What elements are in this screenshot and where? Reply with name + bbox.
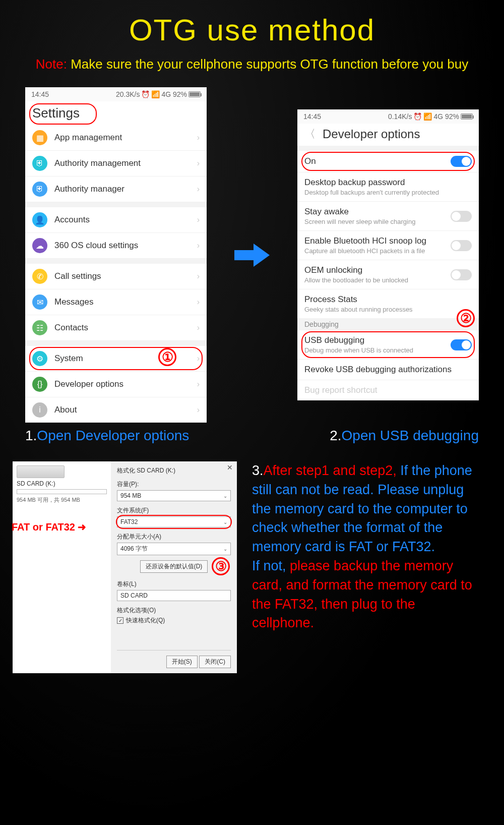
status-speed: 0.14K/s — [388, 112, 412, 121]
step-2-badge: ② — [457, 309, 475, 327]
step-3-line3a: If not, — [252, 558, 290, 573]
row-sublabel: Debug mode when USB is connected — [304, 346, 444, 354]
volume-label: 卷标(L) — [117, 580, 231, 588]
row-sublabel: Geeky stats about running processes — [304, 306, 472, 313]
alarm-icon: ⏰ — [413, 112, 422, 121]
status-time: 14:45 — [303, 112, 321, 121]
toggle-switch[interactable] — [451, 269, 472, 280]
status-right: 20.3K/s ⏰ 📶 4G 92% — [116, 90, 201, 98]
row-sublabel: Screen will never sleep while charging — [304, 218, 444, 225]
step-3-num: 3. — [252, 463, 264, 478]
signal-icon: 📶 — [423, 112, 432, 121]
row-icon: ⚙ — [32, 351, 47, 366]
dev-row-stay-awake[interactable]: Stay awakeScreen will never sleep while … — [297, 202, 479, 231]
chevron-down-icon: ⌄ — [223, 519, 227, 525]
chevron-right-icon: › — [197, 185, 200, 194]
row-label: Enable Bluetooth HCI snoop logCapture al… — [304, 236, 444, 255]
dialog-title: 格式化 SD CARD (K:) — [117, 466, 231, 475]
arrow-right-icon — [234, 243, 270, 268]
row-icon: ✆ — [32, 269, 47, 284]
fat-hint-label: FAT or FAT32 ➜ — [12, 521, 87, 533]
row-label: Messages — [54, 297, 190, 307]
close-icon[interactable]: ✕ — [227, 463, 233, 472]
drive-title: SD CARD (K:) — [17, 480, 107, 487]
chevron-right-icon: › — [197, 133, 200, 142]
capacity-select[interactable]: 954 MB⌄ — [117, 490, 231, 501]
filesystem-select[interactable]: FAT32⌄ — [117, 516, 231, 527]
row-icon: 👤 — [32, 212, 47, 227]
note-prefix: Note: — [36, 56, 71, 72]
svg-marker-0 — [234, 244, 270, 267]
settings-row-call-settings[interactable]: ✆ Call settings › — [25, 264, 207, 289]
drive-usage-bar — [17, 489, 107, 494]
chevron-right-icon: › — [197, 215, 200, 224]
restore-defaults-button[interactable]: 还原设备的默认值(D) — [140, 560, 208, 573]
settings-row-developer-options[interactable]: {} Developer options › — [25, 372, 207, 397]
phone-developer-options: 14:45 0.14K/s ⏰ 📶 4G 92% 〈 Developer opt… — [297, 109, 479, 400]
row-label: Developer options — [54, 379, 190, 389]
chevron-down-icon: ⌄ — [223, 546, 227, 552]
settings-row-app-management[interactable]: ▦ App management › — [25, 125, 207, 151]
dev-row-usb-debugging[interactable]: USB debuggingDebug mode when USB is conn… — [297, 330, 479, 360]
dev-row-on[interactable]: On — [297, 151, 479, 172]
row-label: OEM unlockingAllow the bootloader to be … — [304, 265, 444, 284]
toggle-switch[interactable] — [451, 211, 472, 222]
dev-row-bug-report-shortcut[interactable]: Bug report shortcut — [297, 380, 479, 400]
toggle-switch[interactable] — [451, 240, 472, 251]
toggle-switch[interactable] — [451, 156, 472, 167]
debugging-section-label: Debugging ② — [297, 318, 479, 330]
settings-row-authority-management[interactable]: ⛨ Authority management › — [25, 151, 207, 176]
settings-row-accounts[interactable]: 👤 Accounts › — [25, 207, 207, 233]
dev-row-process-stats[interactable]: Process StatsGeeky stats about running p… — [297, 289, 479, 318]
settings-row-contacts[interactable]: ☷ Contacts › — [25, 315, 207, 341]
capacity-value: 954 MB — [120, 492, 141, 499]
note-line: Note: Make sure the your cellphone suppo… — [0, 56, 504, 72]
row-label: About — [54, 405, 190, 415]
row-sublabel: Allow the bootloader to be unlocked — [304, 276, 444, 284]
battery-icon — [461, 113, 473, 120]
status-time: 14:45 — [31, 90, 49, 98]
toggle-switch[interactable] — [451, 339, 472, 350]
allocation-select[interactable]: 4096 字节⌄ — [117, 543, 231, 555]
drive-icon — [17, 465, 65, 478]
dev-row-oem-unlocking[interactable]: OEM unlockingAllow the bootloader to be … — [297, 260, 479, 289]
dev-row-desktop-backup-password[interactable]: Desktop backup passwordDesktop full back… — [297, 172, 479, 202]
dev-row-enable-bluetooth-hci-snoop-log[interactable]: Enable Bluetooth HCI snoop logCapture al… — [297, 231, 479, 260]
back-icon[interactable]: 〈 — [304, 127, 316, 142]
start-button[interactable]: 开始(S) — [166, 656, 198, 668]
row-label: Call settings — [54, 271, 190, 281]
quick-format-checkbox[interactable]: ✓ 快速格式化(Q) — [117, 616, 231, 625]
settings-row-360-os-cloud-settings[interactable]: ☁ 360 OS cloud settings › — [25, 233, 207, 259]
row-label: Revoke USB debugging authorizations — [304, 365, 472, 375]
close-button[interactable]: 关闭(C) — [199, 656, 231, 668]
page-title: OTG use method — [0, 0, 504, 47]
quick-format-label: 快速格式化(Q) — [126, 616, 165, 625]
row-icon: {} — [32, 377, 47, 392]
allocation-value: 4096 字节 — [120, 545, 148, 553]
row-label: Bug report shortcut — [304, 385, 472, 395]
step-3-line1: After step1 and step2, — [264, 463, 397, 478]
row-label: Contacts — [54, 323, 190, 333]
settings-row-system[interactable]: ⚙ System ›① — [25, 346, 207, 372]
settings-row-messages[interactable]: ✉ Messages › — [25, 289, 207, 315]
row-icon: ☷ — [32, 320, 47, 335]
dev-row-revoke-usb-debugging-authorizations[interactable]: Revoke USB debugging authorizations — [297, 360, 479, 380]
row-icon: ✉ — [32, 294, 47, 310]
row-icon: i — [32, 402, 47, 418]
volume-input[interactable]: SD CARD — [117, 590, 231, 601]
filesystem-value: FAT32 — [120, 518, 138, 525]
note-text: Make sure the your cellphone supports OT… — [71, 56, 468, 72]
status-bar: 14:45 0.14K/s ⏰ 📶 4G 92% — [297, 109, 479, 124]
settings-row-about[interactable]: i About › — [25, 397, 207, 423]
settings-row-authority-manager[interactable]: ⛨ Authority manager › — [25, 176, 207, 202]
checkbox-icon: ✓ — [117, 617, 123, 624]
step-1-badge: ① — [158, 348, 176, 366]
caption-1-text: Open Developer options — [37, 428, 189, 443]
caption-2-num: 2. — [330, 428, 341, 443]
row-label: Desktop backup passwordDesktop full back… — [304, 178, 472, 196]
phone-settings: 14:45 20.3K/s ⏰ 📶 4G 92% Settings ▦ App … — [25, 87, 207, 423]
caption-1-num: 1. — [25, 428, 37, 443]
chevron-right-icon: › — [197, 159, 200, 168]
status-net: 4G 92% — [161, 90, 187, 98]
windows-format-panel: FAT or FAT32 ➜ SD CARD (K:) 954 MB 可用，共 … — [13, 461, 237, 673]
